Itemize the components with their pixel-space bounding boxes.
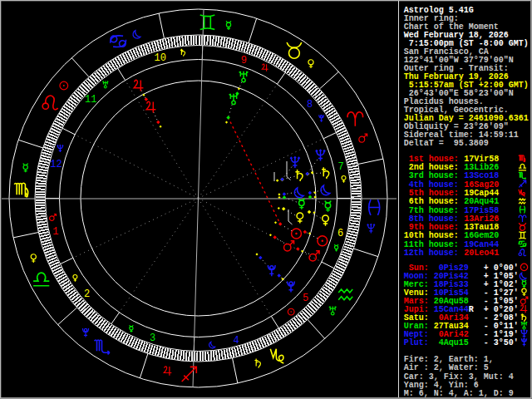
svg-text:2: 2 bbox=[84, 288, 90, 300]
svg-text:5: 5 bbox=[303, 293, 308, 304]
svg-text:9: 9 bbox=[241, 55, 247, 66]
svg-text:6: 6 bbox=[337, 228, 343, 239]
svg-text:12: 12 bbox=[50, 159, 62, 170]
svg-text:8: 8 bbox=[307, 99, 313, 111]
svg-text:11: 11 bbox=[85, 94, 96, 106]
svg-text:Plut:: Plut: bbox=[404, 338, 429, 347]
svg-text:3: 3 bbox=[150, 332, 155, 344]
svg-text:- 3°50': - 3°50' bbox=[484, 338, 519, 347]
svg-text:20Leo41: 20Leo41 bbox=[464, 249, 499, 258]
svg-text:R: R bbox=[469, 305, 474, 314]
svg-text:7: 7 bbox=[338, 161, 344, 173]
svg-text:12th house:: 12th house: bbox=[404, 249, 459, 258]
svg-text:4: 4 bbox=[234, 335, 239, 347]
svg-text:DeltaT = 95.3809: DeltaT = 95.3809 bbox=[404, 139, 489, 148]
svg-text:4Aqu15: 4Aqu15 bbox=[434, 338, 469, 347]
svg-text:10: 10 bbox=[155, 52, 166, 64]
svg-text:M: 6, N: 4, A: 1, D: 9: M: 6, N: 4, A: 1, D: 9 bbox=[404, 389, 514, 398]
svg-text:1: 1 bbox=[52, 226, 58, 238]
